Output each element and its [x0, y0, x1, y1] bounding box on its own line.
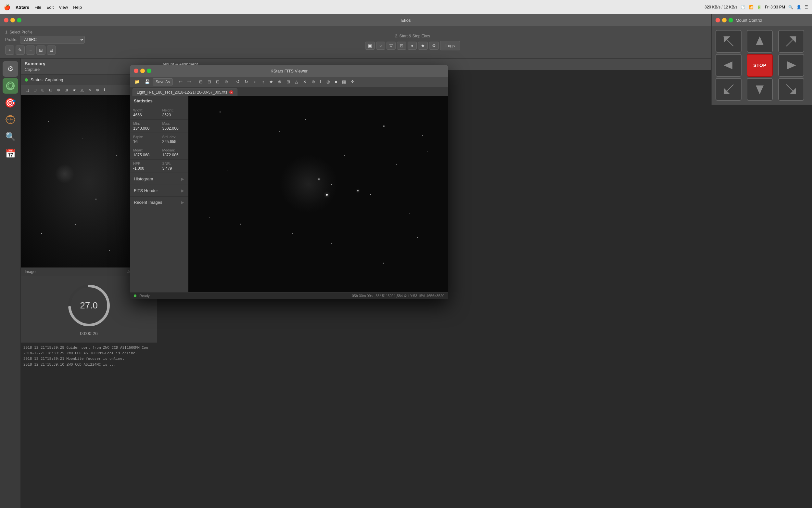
- mount-stop-btn[interactable]: STOP: [747, 54, 773, 77]
- info-tool[interactable]: ℹ: [102, 86, 107, 94]
- stddev-label: Std. dev:: [162, 135, 185, 139]
- zoom-in-btn[interactable]: ⊞: [197, 78, 205, 85]
- tab-close-btn[interactable]: ×: [229, 90, 233, 94]
- sidebar-scheduler[interactable]: 📅: [3, 145, 18, 161]
- mount-sw-btn[interactable]: [716, 78, 742, 101]
- fits-maximize-btn[interactable]: [147, 69, 151, 73]
- menu-edit[interactable]: Edit: [46, 5, 54, 10]
- mount-nw-btn[interactable]: [716, 30, 742, 53]
- select-tool[interactable]: ▢: [23, 86, 31, 94]
- sidebar-guide[interactable]: 🔍: [3, 129, 18, 144]
- apple-menu[interactable]: 🍎: [4, 4, 10, 10]
- add-tool[interactable]: ⊕: [94, 86, 101, 94]
- fit-btn[interactable]: ⊡: [214, 78, 222, 85]
- rotate-ccw-btn[interactable]: ↺: [234, 78, 242, 85]
- toolbar-sep1: [175, 79, 175, 85]
- add-profile-btn[interactable]: +: [5, 45, 14, 55]
- expand-btn[interactable]: ⊞: [36, 45, 45, 55]
- remove-tool[interactable]: ✕: [86, 86, 93, 94]
- flip-v-btn[interactable]: ↕: [260, 78, 266, 85]
- fits-minimize-btn[interactable]: [140, 69, 145, 73]
- mount-close-btn[interactable]: [716, 18, 720, 23]
- mount-s-btn[interactable]: [747, 78, 773, 101]
- stats-bitpix-row: Bitpix: 16 Std. dev: 225.655: [130, 133, 188, 146]
- collapse-btn[interactable]: ⊟: [47, 45, 56, 55]
- menu-file[interactable]: File: [35, 5, 41, 10]
- sidebar-setup[interactable]: ⚙: [3, 61, 18, 77]
- zoom-tool[interactable]: ⊡: [32, 86, 39, 94]
- save-btn[interactable]: 💾: [143, 78, 152, 85]
- actual-size-btn[interactable]: ⊕: [223, 78, 230, 85]
- width-label: Width:: [133, 108, 156, 112]
- rotate-tool[interactable]: ⊟: [47, 86, 54, 94]
- menu-help[interactable]: Help: [73, 5, 82, 10]
- fits-tab-main[interactable]: Light_H-a_180_secs_2018-12-21T20-30-57_0…: [133, 88, 237, 96]
- play-btn[interactable]: ○: [376, 42, 385, 50]
- stats-panel: Statistics Width: 4656 Height: 3520 Min:…: [130, 96, 188, 292]
- close-button[interactable]: [4, 18, 8, 23]
- bitpix-label: Bitpix:: [133, 135, 156, 139]
- menu-view[interactable]: View: [59, 5, 68, 10]
- edit-profile-btn[interactable]: ✎: [15, 45, 25, 55]
- triangle-btn2[interactable]: △: [293, 78, 300, 85]
- grid-tool[interactable]: ⊞: [63, 86, 70, 94]
- menu-kstars[interactable]: KStars: [15, 5, 29, 10]
- stop-btn[interactable]: ▣: [365, 42, 375, 50]
- crop-tool[interactable]: ⊞: [39, 86, 46, 94]
- sidebar-focus[interactable]: 🎯: [3, 95, 18, 111]
- rotate-cw-btn[interactable]: ↻: [243, 78, 250, 85]
- minimize-button[interactable]: [10, 18, 15, 23]
- redo-btn[interactable]: ↪: [185, 78, 193, 85]
- search-icon[interactable]: 🔍: [788, 5, 793, 9]
- control-icon[interactable]: 👤: [797, 5, 801, 9]
- wcs-btn[interactable]: ✕: [301, 78, 308, 85]
- astro-image[interactable]: [188, 96, 448, 292]
- crosshair-tool[interactable]: ⊕: [55, 86, 62, 94]
- logs-btn[interactable]: Logs: [440, 41, 460, 50]
- mount-w-btn[interactable]: [716, 54, 742, 77]
- target-btn[interactable]: ◎: [325, 78, 332, 85]
- filter-btn[interactable]: ♦: [408, 42, 417, 50]
- star-tool[interactable]: ★: [70, 86, 78, 94]
- triangle-btn[interactable]: ▽: [386, 42, 396, 50]
- crosshair2-btn[interactable]: ✛: [349, 78, 356, 85]
- recent-images-option[interactable]: Recent Images ▶: [130, 197, 188, 208]
- fits-close-btn[interactable]: [134, 69, 138, 73]
- histogram-label: Histogram: [134, 176, 153, 181]
- flip-h-btn[interactable]: ↔: [251, 78, 259, 85]
- ekos-panel: 1. Select Profile Profile: AT6RC + ✎ − ⊞…: [0, 26, 812, 58]
- bar-chart-btn[interactable]: ▦: [340, 78, 348, 85]
- height-value: 3520: [162, 113, 185, 117]
- settings-btn[interactable]: ⚙: [429, 42, 439, 50]
- undo-btn[interactable]: ↩: [177, 78, 185, 85]
- sidebar-capture[interactable]: [3, 78, 18, 94]
- black-btn[interactable]: ■: [333, 78, 339, 85]
- mount-direction-grid: STOP: [712, 26, 812, 104]
- mount-se-btn[interactable]: [778, 78, 804, 101]
- mount-maximize-btn[interactable]: [728, 18, 733, 23]
- menu-icon[interactable]: ☰: [805, 5, 808, 9]
- open-file-btn[interactable]: 📁: [133, 78, 142, 85]
- mount-n-btn[interactable]: [747, 30, 773, 53]
- fits-header-option[interactable]: FITS Header ▶: [130, 185, 188, 197]
- mount-minimize-btn[interactable]: [722, 18, 727, 23]
- mount-e-btn[interactable]: [778, 54, 804, 77]
- star-btn[interactable]: ★: [418, 42, 428, 50]
- mount-traffic-lights: [716, 18, 733, 23]
- histogram-option[interactable]: Histogram ▶: [130, 173, 188, 185]
- zoom-out-btn[interactable]: ⊟: [205, 78, 213, 85]
- stats-minmax-row: Min: 1340.000 Max: 3502.000: [130, 120, 188, 133]
- remove-profile-btn[interactable]: −: [26, 45, 35, 55]
- profile-select[interactable]: AT6RC: [20, 36, 85, 44]
- maximize-button[interactable]: [17, 18, 21, 23]
- crosshair-btn[interactable]: ⊕: [309, 78, 317, 85]
- mount-ne-btn[interactable]: [778, 30, 804, 53]
- info-btn2[interactable]: ℹ: [318, 78, 324, 85]
- star-detect-btn[interactable]: ★: [267, 78, 275, 85]
- grid-overlay-btn[interactable]: ⊞: [285, 78, 292, 85]
- save-as-btn[interactable]: Save As: [153, 78, 173, 85]
- grid-btn[interactable]: ⊡: [397, 42, 406, 50]
- histogram-equalize-btn[interactable]: ⊗: [276, 78, 284, 85]
- sidebar-align[interactable]: [3, 112, 18, 127]
- triangle-tool[interactable]: △: [79, 86, 85, 94]
